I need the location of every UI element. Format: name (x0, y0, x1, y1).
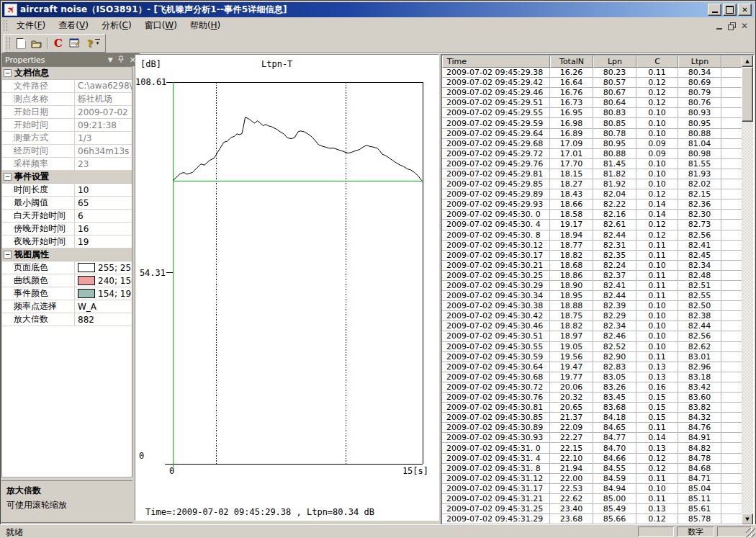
collapse-icon[interactable]: − (4, 69, 12, 77)
color-swatch[interactable] (78, 289, 95, 298)
toolbar-options-button[interactable]: ▾ (94, 39, 102, 48)
table-row[interactable]: 2009-07-02 09:45:30.4218.7582.290.1082.3… (442, 311, 742, 321)
table-row[interactable]: 2009-07-02 09:45:30.9322.2784.770.1484.9… (442, 433, 742, 443)
child-minimize-button[interactable] (716, 28, 722, 30)
table-row[interactable]: 2009-07-02 09:45:29.3816.2680.230.1180.3… (442, 68, 742, 78)
table-row[interactable]: 2009-07-02 09:45:30. 018.5882.160.1482.3… (442, 210, 742, 220)
table-row[interactable]: 2009-07-02 09:45:30.3818.8882.390.1082.5… (442, 301, 742, 311)
collapse-icon[interactable]: − (4, 173, 12, 181)
close-button[interactable]: ✕ (738, 4, 752, 16)
menu-item-c[interactable]: 分析(C) (95, 18, 138, 33)
property-value[interactable]: 240; 158; 15 (75, 274, 132, 287)
column-header-c[interactable]: C (636, 55, 678, 68)
child-restore-button[interactable] (728, 22, 735, 30)
table-scrollbar[interactable]: ▲ ▼ (742, 55, 753, 525)
open-file-button[interactable] (29, 36, 45, 51)
chart-pane[interactable]: [dB] Ltpn-T 108.61 54.31 0 0 15[s] Time=… (135, 54, 439, 521)
table-row[interactable]: 2009-07-02 09:45:30.6819.7783.050.1383.1… (442, 372, 742, 382)
menu-item-f[interactable]: 文件(F) (10, 18, 52, 33)
property-value[interactable]: 栎社机场 (75, 93, 132, 105)
column-header-ltpn[interactable]: Ltpn (678, 55, 721, 68)
property-value[interactable]: 65 (75, 197, 132, 209)
table-row[interactable]: 2009-07-02 09:45:29.4616.7680.670.1280.7… (442, 88, 742, 98)
table-row[interactable]: 2009-07-02 09:45:30.4618.8282.340.1082.4… (442, 321, 742, 331)
table-row[interactable]: 2009-07-02 09:45:30.8521.3784.180.1584.3… (442, 413, 742, 423)
table-row[interactable]: 2009-07-02 09:45:30.5519.0582.520.1082.6… (442, 342, 742, 352)
table-row[interactable]: 2009-07-02 09:45:29.4216.6480.570.1280.6… (442, 78, 742, 88)
property-value[interactable]: 1/3 (75, 132, 132, 144)
property-value[interactable]: W_A (75, 300, 132, 313)
toolbar-drag-grip[interactable] (6, 37, 10, 49)
table-row[interactable]: 2009-07-02 09:45:29.8118.1581.820.1081.9… (442, 169, 742, 179)
property-value[interactable]: 09:21:38 (75, 119, 132, 131)
scroll-down-button[interactable]: ▼ (742, 514, 753, 525)
property-value[interactable]: C:\awa6298\机场 (75, 80, 132, 92)
table-row[interactable]: 2009-07-02 09:45:31.2923.6885.660.1285.7… (442, 514, 742, 524)
properties-panel-titlebar[interactable]: Properties ▼ ✕ (1, 53, 140, 66)
pin-icon[interactable] (118, 55, 125, 64)
table-row[interactable]: 2009-07-02 09:45:30.5118.9782.460.1082.5… (442, 331, 742, 341)
table-row[interactable]: 2009-07-02 09:45:31.2122.6285.000.1185.1… (442, 494, 742, 504)
property-value[interactable]: 19 (75, 236, 132, 248)
ltpn-chart-plot[interactable] (135, 55, 438, 520)
property-category[interactable]: −文档信息 (2, 67, 132, 80)
table-row[interactable]: 2009-07-02 09:45:30.2918.9082.410.1182.5… (442, 281, 742, 291)
table-row[interactable]: 2009-07-02 09:45:29.7617.7081.450.1081.5… (442, 159, 742, 169)
color-swatch[interactable] (78, 263, 95, 272)
table-row[interactable]: 2009-07-02 09:45:29.5516.9580.830.1080.9… (442, 108, 742, 118)
resize-grip[interactable] (746, 528, 755, 537)
table-row[interactable]: 2009-07-02 09:45:31.2523.4085.490.1385.6… (442, 504, 742, 514)
collapse-icon[interactable]: − (4, 251, 12, 259)
table-row[interactable]: 2009-07-02 09:45:31. 022.1584.700.1384.8… (442, 443, 742, 453)
table-row[interactable]: 2009-07-02 09:45:30.1218.7782.310.1182.4… (442, 241, 742, 251)
property-category[interactable]: −事件设置 (2, 171, 132, 184)
column-header-lpn[interactable]: Lpn (593, 55, 636, 68)
properties-button[interactable] (66, 36, 82, 51)
color-swatch[interactable] (78, 276, 95, 285)
table-row[interactable]: 2009-07-02 09:45:30.8922.0984.650.1184.7… (442, 423, 742, 433)
property-value[interactable]: 16 (75, 223, 132, 235)
table-row[interactable]: 2009-07-02 09:45:29.5116.7380.640.1280.7… (442, 98, 742, 108)
table-row[interactable]: 2009-07-02 09:45:29.6817.0980.950.0981.0… (442, 139, 742, 149)
table-row[interactable]: 2009-07-02 09:45:29.6416.8980.780.1080.8… (442, 129, 742, 139)
scroll-up-button[interactable]: ▲ (742, 55, 753, 67)
table-row[interactable]: 2009-07-02 09:45:30.7220.0683.260.1683.4… (442, 382, 742, 393)
table-row[interactable]: 2009-07-02 09:45:30.5919.5682.900.1183.0… (442, 352, 742, 362)
table-row[interactable]: 2009-07-02 09:45:31.1722.5384.940.1085.0… (442, 484, 742, 494)
column-header-totaln[interactable]: TotalN (550, 55, 593, 68)
property-value[interactable]: 23 (75, 158, 132, 170)
scrollbar-thumb[interactable] (742, 67, 753, 122)
property-value[interactable]: 06h34m13s (75, 145, 132, 157)
table-row[interactable]: 2009-07-02 09:45:30. 818.9482.440.1282.5… (442, 230, 742, 241)
menu-item-w[interactable]: 窗口(W) (138, 18, 184, 33)
new-file-button[interactable] (13, 36, 29, 51)
table-row[interactable]: 2009-07-02 09:45:31.1222.0084.590.1184.7… (442, 474, 742, 484)
property-value[interactable]: 6 (75, 210, 132, 222)
menu-item-h[interactable]: 帮助(H) (184, 18, 227, 33)
table-row[interactable]: 2009-07-02 09:45:30.8120.6583.680.1583.8… (442, 403, 742, 413)
table-row[interactable]: 2009-07-02 09:45:31. 821.9484.550.1284.6… (442, 464, 742, 474)
child-close-button[interactable]: ✕ (741, 22, 748, 30)
property-value[interactable]: 154; 191; 18 (75, 287, 132, 300)
table-row[interactable]: 2009-07-02 09:45:30.7620.3283.450.1583.6… (442, 393, 742, 403)
table-row[interactable]: 2009-07-02 09:45:30.3418.9582.440.1182.5… (442, 291, 742, 301)
table-row[interactable]: 2009-07-02 09:45:30. 419.1782.610.1282.7… (442, 220, 742, 230)
table-row[interactable]: 2009-07-02 09:45:29.7217.0180.880.0980.9… (442, 149, 742, 159)
column-header-time[interactable]: Time (442, 55, 550, 68)
property-value[interactable]: 2009-07-02 (75, 106, 132, 118)
title-bar[interactable]: ✈ aircraft noise（ISO3891）- [飞机噪声分析1--事件5… (2, 2, 754, 17)
property-value[interactable]: 10 (75, 184, 132, 196)
table-row[interactable]: 2009-07-02 09:45:29.9318.6682.220.1482.3… (442, 199, 742, 210)
table-row[interactable]: 2009-07-02 09:45:29.5916.9880.850.1080.9… (442, 118, 742, 128)
panel-menu-icon[interactable]: ▼ (108, 56, 113, 63)
convert-button[interactable]: C (50, 36, 66, 51)
table-row[interactable]: 2009-07-02 09:45:30.2118.6882.240.1082.3… (442, 261, 742, 271)
menu-item-v[interactable]: 查看(V) (52, 18, 95, 33)
property-value[interactable]: 882 (75, 313, 132, 326)
menu-drag-grip[interactable] (4, 20, 7, 31)
table-row[interactable]: 2009-07-02 09:45:29.8518.2781.920.1082.0… (442, 179, 742, 189)
maximize-button[interactable] (723, 4, 737, 16)
property-category[interactable]: −视图属性 (2, 248, 132, 261)
table-row[interactable]: 2009-07-02 09:45:30.6419.4782.830.1382.9… (442, 362, 742, 372)
table-row[interactable]: 2009-07-02 09:45:30.1718.8282.350.1182.4… (442, 251, 742, 261)
